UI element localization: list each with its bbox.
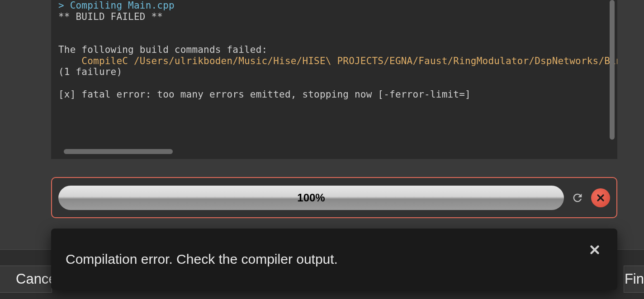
finish-button[interactable]: Fin xyxy=(624,266,644,293)
terminal-line: ** BUILD FAILED ** xyxy=(58,11,163,22)
terminal-line: CompileC /Users/ulrikboden/Music/Hise/HI… xyxy=(58,56,617,66)
compiler-output-panel: > Compiling Main.cpp ** BUILD FAILED ** … xyxy=(51,0,617,159)
cancel-button-label: Cance xyxy=(16,271,57,287)
terminal-line: [x] fatal error: too many errors emitted… xyxy=(58,89,471,100)
progress-panel: 100% xyxy=(51,177,617,218)
progress-percent-label: 100% xyxy=(297,192,325,204)
refresh-icon[interactable] xyxy=(570,191,585,205)
cancel-button[interactable]: Cance xyxy=(0,266,52,293)
finish-button-label: Fin xyxy=(625,271,644,287)
progress-bar: 100% xyxy=(58,186,564,210)
terminal-line: > Compiling Main.cpp xyxy=(58,0,175,11)
terminal-line: The following build commands failed: xyxy=(58,44,267,55)
terminal-text: > Compiling Main.cpp ** BUILD FAILED ** … xyxy=(58,0,610,100)
cancel-build-button[interactable] xyxy=(591,188,610,207)
vertical-scrollbar[interactable] xyxy=(610,0,615,140)
horizontal-scrollbar[interactable] xyxy=(64,149,173,154)
close-icon[interactable] xyxy=(587,242,603,258)
error-toast: Compilation error. Check the compiler ou… xyxy=(51,229,617,290)
terminal-line: (1 failure) xyxy=(58,66,122,77)
error-toast-message: Compilation error. Check the compiler ou… xyxy=(66,252,338,267)
